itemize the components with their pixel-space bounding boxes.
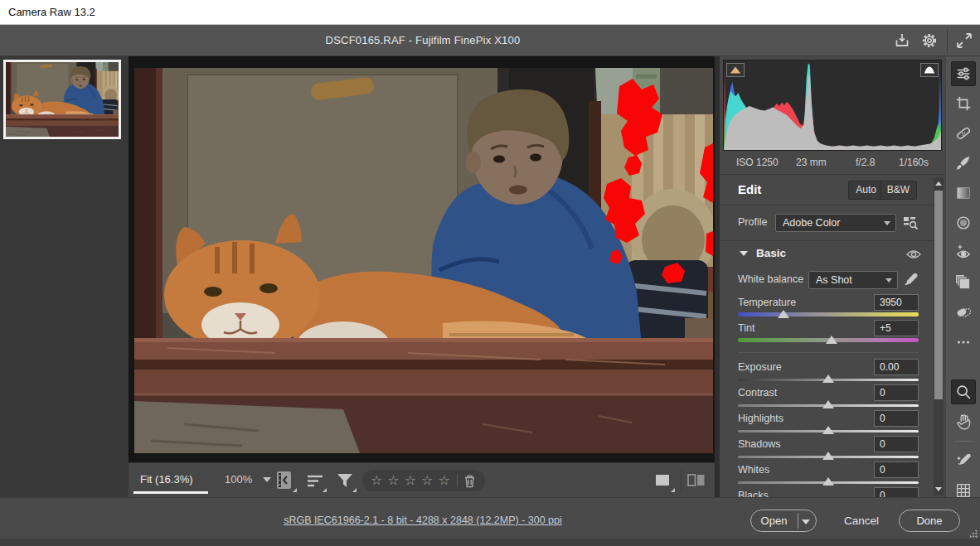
temperature-value[interactable]: 3950	[874, 294, 919, 311]
magnifier-icon[interactable]	[951, 379, 976, 404]
temperature-slider-thumb[interactable]	[778, 310, 789, 318]
cancel-button[interactable]: Cancel	[844, 515, 879, 527]
histogram[interactable]	[723, 60, 942, 151]
shadows-label: Shadows	[738, 438, 780, 450]
basic-section-header[interactable]: Basic	[720, 241, 945, 266]
filmstrip-thumbnail-selected[interactable]	[3, 60, 121, 139]
tint-slider[interactable]	[738, 338, 919, 342]
eye-icon[interactable]	[905, 246, 922, 263]
shadows-slider-thumb[interactable]	[822, 452, 834, 460]
open-button[interactable]: Open	[750, 510, 817, 532]
slider-group-separator	[720, 345, 945, 359]
status-strip	[0, 539, 980, 546]
profile-browser-icon[interactable]	[902, 215, 919, 231]
hand-icon[interactable]	[951, 409, 976, 434]
panel-scrollbar[interactable]	[934, 177, 944, 495]
star-rating-icon[interactable]: ☆	[371, 474, 382, 487]
shadow-clipping-indicator[interactable]	[726, 63, 745, 77]
header-bar: DSCF0165.RAF - Fujifilm FinePix X100	[0, 25, 980, 56]
resize-grip[interactable]	[970, 530, 978, 538]
star-rating-icon[interactable]: ☆	[438, 474, 449, 487]
contrast-value[interactable]: 0	[874, 384, 919, 401]
exposure-label: Exposure	[738, 361, 782, 373]
white-balance-eyedropper-icon[interactable]	[902, 272, 919, 288]
open-options-chevron-icon[interactable]	[798, 510, 814, 531]
auto-button[interactable]: Auto	[848, 181, 884, 200]
star-rating-icon[interactable]: ☆	[405, 474, 416, 487]
done-button[interactable]: Done	[899, 510, 960, 532]
camera-raw-window: Camera Raw 13.2 DSCF0165.RAF - Fujifilm …	[0, 0, 980, 546]
star-rating-icon[interactable]: ☆	[421, 474, 433, 487]
chevron-down-icon	[884, 221, 890, 225]
save-image-icon[interactable]	[891, 31, 913, 51]
preview-toggle-icon[interactable]	[653, 470, 674, 491]
graduated-filter-icon[interactable]	[951, 181, 976, 205]
exposure-value[interactable]: 0.00	[874, 359, 919, 375]
highlights-slider-thumb[interactable]	[822, 426, 834, 434]
tool-separator	[955, 441, 972, 442]
chevron-down-icon	[885, 278, 892, 283]
photo-preview[interactable]	[134, 68, 713, 453]
bw-button[interactable]: B&W	[880, 181, 917, 200]
contrast-slider-thumb[interactable]	[822, 400, 834, 408]
whites-value[interactable]: 0	[874, 461, 919, 478]
contrast-slider[interactable]	[738, 404, 919, 407]
before-after-view-icon[interactable]	[686, 470, 707, 491]
presets-stack-icon[interactable]	[951, 270, 976, 295]
sort-order-icon[interactable]	[304, 470, 326, 491]
scrollbar-thumb[interactable]	[934, 191, 943, 399]
highlights-label: Highlights	[738, 413, 784, 424]
adjustment-brush-icon[interactable]	[951, 151, 976, 176]
snapshots-icon[interactable]	[951, 300, 976, 325]
exif-focal: 23 mm	[796, 157, 827, 168]
zoom-level-dropdown-icon[interactable]	[263, 477, 271, 482]
basic-sliders: Temperature3950Tint+5Exposure0.00Contras…	[720, 294, 945, 497]
shadows-slider[interactable]	[738, 456, 919, 458]
star-rating-icon[interactable]: ☆	[387, 474, 399, 487]
blacks-value[interactable]: 0	[874, 487, 919, 497]
basic-title: Basic	[756, 247, 786, 259]
fit-zoom-button[interactable]: Fit (16.3%)	[140, 473, 193, 486]
highlights-slider[interactable]	[738, 430, 919, 432]
zoom-100-button[interactable]: 100%	[225, 473, 252, 486]
profile-dropdown[interactable]: Adobe Color	[775, 214, 896, 232]
highlights-value[interactable]: 0	[874, 410, 919, 427]
healing-bandaid-icon[interactable]	[951, 121, 976, 146]
filmstrip-panel	[0, 56, 129, 497]
chevron-down-icon[interactable]	[740, 251, 748, 256]
slider-row-whites: Whites0	[720, 461, 945, 487]
crop-icon[interactable]	[951, 91, 976, 116]
tint-value[interactable]: +5	[874, 320, 919, 336]
sliders-icon[interactable]	[951, 61, 976, 86]
tint-slider-thumb[interactable]	[826, 336, 837, 344]
edit-title: Edit	[738, 182, 761, 196]
filmstrip-toggle-icon[interactable]	[274, 470, 296, 491]
toggle-fullscreen-icon[interactable]	[953, 31, 975, 51]
exposure-slider[interactable]	[738, 379, 919, 381]
image-canvas-area	[129, 56, 720, 462]
scroll-down-icon[interactable]	[935, 487, 942, 491]
blacks-label: Blacks	[738, 490, 769, 497]
whites-slider[interactable]	[738, 481, 919, 484]
scroll-up-icon[interactable]	[935, 181, 942, 186]
slider-row-exposure: Exposure0.00	[720, 359, 945, 384]
whites-slider-thumb[interactable]	[822, 477, 834, 486]
highlight-clipping-indicator[interactable]	[920, 63, 939, 77]
workflow-options-link[interactable]: sRGB IEC61966-2.1 - 8 bit - 4288 x 2848 …	[249, 515, 597, 526]
slider-row-shadows: Shadows0	[720, 436, 945, 461]
red-eye-icon[interactable]	[951, 240, 976, 265]
more-dots-icon[interactable]	[951, 330, 976, 355]
filter-funnel-icon[interactable]	[334, 470, 356, 491]
window-titlebar[interactable]: Camera Raw 13.2	[0, 0, 980, 25]
exposure-slider-thumb[interactable]	[822, 374, 834, 383]
shadows-value[interactable]: 0	[874, 436, 919, 452]
window-title: Camera Raw 13.2	[8, 6, 95, 18]
exif-aperture: f/2.8	[856, 157, 875, 168]
wb-sample-eyedropper-icon[interactable]	[951, 448, 976, 473]
trash-icon[interactable]	[463, 474, 476, 488]
radial-filter-icon[interactable]	[951, 210, 976, 235]
temperature-slider[interactable]	[738, 312, 919, 316]
rating-divider	[457, 474, 458, 487]
white-balance-dropdown[interactable]: As Shot	[808, 271, 898, 289]
preferences-gear-icon[interactable]	[919, 31, 940, 51]
